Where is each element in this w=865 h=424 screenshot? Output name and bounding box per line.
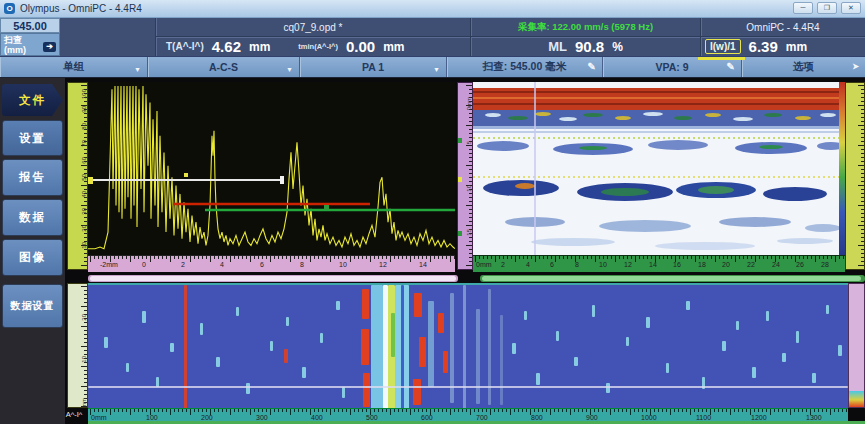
ruler-tick: [298, 256, 299, 259]
ruler-tick: [84, 322, 87, 323]
group-dropdown[interactable]: PA 1 ▼: [300, 57, 447, 77]
sidebar-tab-report[interactable]: 报告: [2, 159, 63, 196]
reading-cell-gate-depth[interactable]: I(w)/1 6.39 mm: [700, 37, 865, 56]
ruler-tick: [802, 409, 803, 412]
ruler-tick: [727, 256, 728, 259]
ruler-tick: [671, 256, 672, 259]
cscan-indication: [200, 323, 203, 335]
ruler-tick-label: 6: [260, 261, 264, 268]
ruler-tick: [739, 256, 740, 259]
ruler-tick: [758, 409, 759, 412]
bscan-band: [473, 131, 839, 133]
ruler-tick: [742, 409, 743, 412]
cursor-icon[interactable]: ➤: [852, 60, 859, 74]
ruler-tick: [522, 409, 523, 412]
ruler-tick: [861, 221, 864, 222]
ruler-tick: [861, 201, 864, 202]
minimize-button[interactable]: ─: [793, 2, 813, 14]
ruler-tick: [482, 409, 483, 412]
scan-axis-box[interactable]: 扫查 (mm) ➔: [0, 33, 60, 56]
close-button[interactable]: ✕: [841, 2, 861, 14]
layout-dropdown[interactable]: A-C-S ▼: [148, 57, 300, 77]
ruler-tick: [466, 145, 472, 146]
ruler-tick: [861, 249, 864, 250]
cscan-index-ruler[interactable]: 20100mm: [67, 283, 88, 408]
group-mode-dropdown[interactable]: 单组 ▼: [0, 57, 148, 77]
bscan-view[interactable]: [473, 82, 839, 255]
ascan-scrollbar[interactable]: [88, 275, 458, 282]
sidebar-tab-data-settings[interactable]: 数据设置: [2, 284, 63, 328]
ascan-distance-ruler[interactable]: -2mm02468101214: [88, 255, 455, 272]
ruler-tick: [166, 409, 167, 412]
ruler-tick: [807, 256, 808, 259]
reading-cell-amplitude[interactable]: ML 90.8 %: [470, 37, 700, 56]
chevron-down-icon[interactable]: ▼: [433, 63, 440, 77]
ruler-tick: [454, 409, 455, 412]
ruler-tick-label: 10: [466, 185, 472, 192]
sidebar-tab-image[interactable]: 图像: [2, 239, 63, 276]
sidebar-tab-data[interactable]: 数据: [2, 199, 63, 236]
ruler-tick: [178, 409, 179, 412]
bscan-depth-ruler[interactable]: 0mm51015: [457, 82, 473, 270]
ruler-tick: [469, 93, 472, 94]
ruler-tick: [619, 256, 620, 259]
vpa-editor[interactable]: VPA: 9 ✎: [603, 57, 742, 77]
ruler-tick: [84, 310, 87, 311]
ruler-tick: [551, 256, 552, 259]
bscan-index-ruler[interactable]: 0mm246810121416182022242628: [473, 255, 845, 272]
ruler-tick: [122, 256, 123, 259]
cscan-indication: [796, 331, 799, 343]
ruler-tick: [354, 409, 355, 412]
maximize-button[interactable]: ❐: [817, 2, 837, 14]
ruler-tick: [754, 409, 755, 412]
ruler-tick: [126, 256, 127, 259]
cscan-indication: [246, 383, 250, 394]
ascan-scrollbar-thumb[interactable]: [90, 276, 456, 281]
bscan-scrollbar-thumb[interactable]: [482, 276, 861, 281]
options-menu[interactable]: 选项 ➤: [742, 57, 865, 77]
reading-cell-thickness[interactable]: T(A^-I^) 4.62 mm tmin(A^-I^) 0.00 mm: [155, 37, 470, 56]
ruler-tick: [647, 256, 648, 259]
ruler-tick: [154, 256, 155, 259]
ruler-tick: [178, 256, 179, 259]
ruler-tick: [158, 409, 159, 412]
ruler-tick-label: 5: [466, 141, 472, 144]
bscan-right-ruler[interactable]: [845, 82, 865, 270]
ruler-tick: [186, 409, 187, 412]
pencil-icon[interactable]: ✎: [727, 60, 735, 74]
ruler-tick: [382, 409, 383, 412]
cscan-colorbar-gradient: [849, 391, 864, 407]
ruler-tick: [290, 409, 291, 415]
ruler-tick: [614, 409, 615, 412]
sidebar-tab-settings[interactable]: 设置: [2, 120, 63, 156]
chevron-down-icon[interactable]: ▼: [134, 63, 141, 77]
ruler-tick: [338, 409, 339, 412]
ruler-tick: [831, 256, 832, 259]
cscan-view[interactable]: [88, 283, 848, 408]
sidebar-tab-file[interactable]: 文件: [2, 84, 63, 116]
ruler-tick: [190, 409, 191, 415]
ruler-tick: [422, 256, 423, 259]
scan-next-icon[interactable]: ➔: [43, 42, 56, 52]
ruler-tick-label: 6: [550, 261, 554, 268]
ruler-tick: [861, 217, 864, 218]
ruler-tick: [611, 256, 612, 259]
cscan-indication: [413, 379, 421, 405]
ruler-tick-label: 4: [526, 261, 530, 268]
ruler-tick: [714, 409, 715, 412]
ruler-tick: [174, 256, 175, 259]
ruler-tick: [694, 409, 695, 412]
ruler-tick: [731, 256, 732, 259]
pencil-icon[interactable]: ✎: [588, 60, 596, 74]
ascan-amplitude-ruler[interactable]: 100908070605040302010: [67, 82, 88, 270]
ruler-tick: [542, 409, 543, 412]
ruler-tick-label: 400: [311, 414, 323, 421]
ruler-tick: [570, 409, 571, 415]
bscan-scrollbar[interactable]: [480, 275, 865, 282]
ruler-tick: [643, 256, 644, 259]
gate-position-editor[interactable]: 扫查: 545.00 毫米 ✎: [447, 57, 603, 77]
cscan-scan-ruler[interactable]: 0mm1002003004005006007008009001000110012…: [88, 408, 848, 421]
ruler-tick: [386, 409, 387, 412]
chevron-down-icon[interactable]: ▼: [286, 63, 293, 77]
ascan-view[interactable]: [88, 82, 455, 255]
